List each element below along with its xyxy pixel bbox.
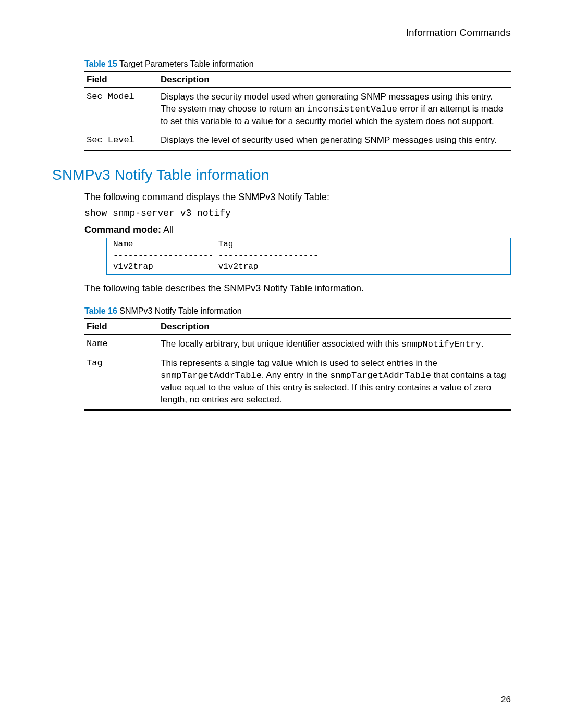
table-row: Tag This represents a single tag value w…: [84, 354, 511, 410]
table16-header-desc: Description: [158, 319, 511, 335]
table16-row1-desc: This represents a single tag value which…: [158, 354, 511, 410]
table-row: Sec Model Displays the security model us…: [84, 88, 511, 131]
table15-header-field: Field: [84, 72, 158, 88]
section-heading: SNMPv3 Notify Table information: [52, 167, 511, 183]
header-category: Information Commands: [52, 27, 511, 39]
table16: Field Description Name The locally arbit…: [84, 318, 511, 411]
table-header-row: Field Description: [84, 319, 511, 335]
desc-code: snmpTargetAddrTable: [330, 371, 431, 380]
table15-row0-desc: Displays the security model used when ge…: [158, 88, 511, 131]
table15-row1-field: Sec Level: [84, 131, 158, 150]
table-row: Sec Level Displays the level of security…: [84, 131, 511, 150]
table16-caption-label: Table 16: [84, 306, 117, 315]
desc-code: inconsistentValue: [307, 104, 397, 114]
desc-text: .: [481, 339, 484, 349]
section-body: The following command displays the SNMPv…: [84, 191, 511, 411]
table15: Field Description Sec Model Displays the…: [84, 71, 511, 151]
page-number: 26: [501, 695, 511, 705]
table16-intro: The following table describes the SNMPv3…: [84, 282, 511, 295]
table-header-row: Field Description: [84, 72, 511, 88]
desc-text: Displays the level of security used when…: [161, 135, 497, 145]
page-container: Information Commands Table 15 Target Par…: [0, 0, 563, 447]
table15-caption: Table 15 Target Parameters Table informa…: [84, 59, 511, 69]
table15-row0-field: Sec Model: [84, 88, 158, 131]
table16-row0-desc: The locally arbitrary, but unique identi…: [158, 335, 511, 354]
desc-code: snmpNotifyEntry: [401, 339, 481, 349]
command-output-box: Name Tag -------------------- ----------…: [106, 238, 511, 275]
section-command: show snmp-server v3 notify: [84, 208, 511, 218]
table15-block: Table 15 Target Parameters Table informa…: [84, 59, 511, 151]
command-mode-label: Command mode:: [84, 225, 161, 235]
table16-caption-title: SNMPv3 Notify Table information: [119, 306, 241, 315]
table15-row1-desc: Displays the level of security used when…: [158, 131, 511, 150]
table15-caption-label: Table 15: [84, 59, 117, 68]
section-intro: The following command displays the SNMPv…: [84, 191, 511, 204]
desc-text: The locally arbitrary, but unique identi…: [161, 339, 401, 349]
desc-text: This represents a single tag value which…: [161, 358, 437, 368]
command-mode-value: All: [161, 225, 174, 235]
table15-caption-title: Target Parameters Table information: [119, 59, 254, 68]
table15-header-desc: Description: [158, 72, 511, 88]
table16-row1-field: Tag: [84, 354, 158, 410]
table16-row0-field: Name: [84, 335, 158, 354]
table16-header-field: Field: [84, 319, 158, 335]
desc-code: snmpTargetAddrTable: [161, 371, 262, 380]
command-mode-line: Command mode: All: [84, 224, 511, 237]
table16-caption: Table 16 SNMPv3 Notify Table information: [84, 306, 511, 316]
table-row: Name The locally arbitrary, but unique i…: [84, 335, 511, 354]
desc-text: . Any entry in the: [262, 370, 330, 380]
